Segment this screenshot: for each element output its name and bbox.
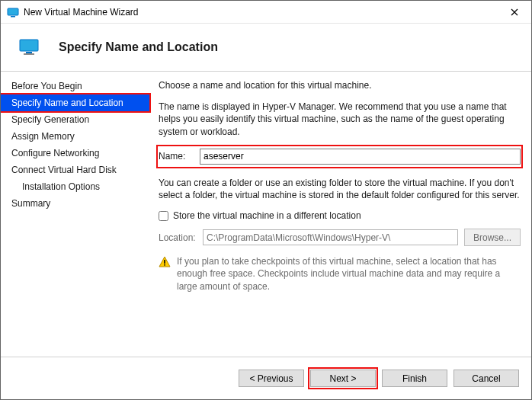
name-row: Name: <box>159 147 521 166</box>
wizard-footer: < Previous Next > Finish Cancel <box>1 357 531 399</box>
warning-icon <box>159 256 171 293</box>
warning-row: If you plan to take checkpoints of this … <box>159 255 521 293</box>
app-icon <box>7 6 19 18</box>
wizard-header: Specify Name and Location <box>1 24 531 71</box>
description-text: The name is displayed in Hyper-V Manager… <box>159 101 521 138</box>
close-button[interactable] <box>497 1 531 23</box>
location-label: Location: <box>159 232 197 243</box>
monitor-icon <box>18 39 40 56</box>
location-input <box>203 229 458 245</box>
svg-rect-3 <box>26 52 32 53</box>
cancel-button[interactable]: Cancel <box>453 370 519 387</box>
step-connect-vhd[interactable]: Connect Virtual Hard Disk <box>1 162 149 178</box>
page-title: Specify Name and Location <box>59 40 218 54</box>
svg-rect-5 <box>164 260 165 264</box>
folder-text: You can create a folder or use an existi… <box>159 177 521 201</box>
step-configure-networking[interactable]: Configure Networking <box>1 145 149 162</box>
window-title: New Virtual Machine Wizard <box>24 7 497 18</box>
intro-text: Choose a name and location for this virt… <box>159 79 521 91</box>
wizard-content: Choose a name and location for this virt… <box>149 72 531 358</box>
finish-button[interactable]: Finish <box>382 370 447 387</box>
warning-text: If you plan to take checkpoints of this … <box>177 255 521 293</box>
step-installation-options[interactable]: Installation Options <box>1 178 149 195</box>
svg-rect-0 <box>8 8 18 15</box>
next-button[interactable]: Next > <box>310 370 376 387</box>
step-assign-memory[interactable]: Assign Memory <box>1 128 149 145</box>
svg-rect-2 <box>20 40 38 51</box>
browse-button: Browse... <box>464 229 521 246</box>
store-different-location-row: Store the virtual machine in a different… <box>159 210 521 221</box>
step-specify-name-location[interactable]: Specify Name and Location <box>1 94 149 111</box>
step-before-you-begin[interactable]: Before You Begin <box>1 78 149 94</box>
svg-rect-1 <box>11 16 15 18</box>
titlebar: New Virtual Machine Wizard <box>1 1 531 24</box>
wizard-steps: Before You Begin Specify Name and Locati… <box>1 72 149 358</box>
svg-rect-6 <box>164 264 165 266</box>
name-label: Name: <box>159 151 194 162</box>
svg-rect-4 <box>24 53 34 55</box>
store-different-location-checkbox[interactable] <box>159 211 168 221</box>
step-specify-generation[interactable]: Specify Generation <box>1 111 149 128</box>
location-row: Location: Browse... <box>159 229 521 246</box>
name-input[interactable] <box>200 149 521 165</box>
step-summary[interactable]: Summary <box>1 195 149 212</box>
previous-button[interactable]: < Previous <box>239 370 304 387</box>
store-different-location-label: Store the virtual machine in a different… <box>173 210 361 221</box>
